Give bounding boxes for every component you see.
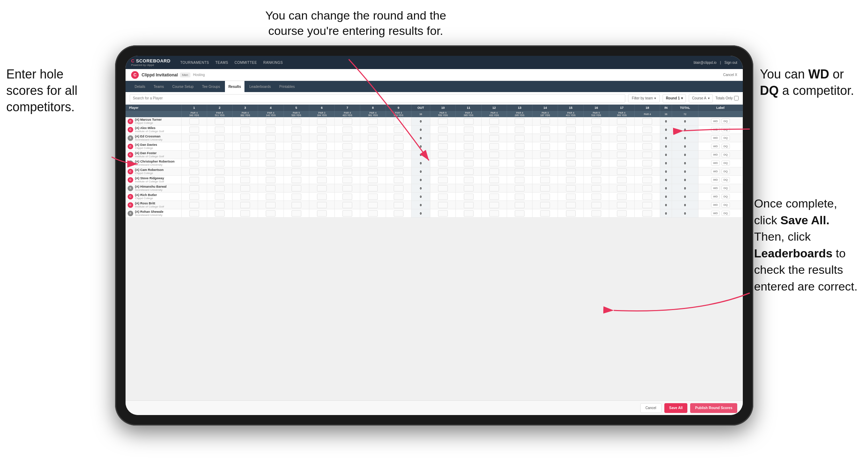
score-input-h15[interactable] <box>566 160 576 166</box>
hole-4-input[interactable] <box>258 126 284 134</box>
score-input-h9[interactable] <box>394 194 403 200</box>
score-input-h9[interactable] <box>394 210 403 217</box>
score-input-h15[interactable] <box>566 168 576 175</box>
hole-6-input[interactable] <box>309 201 334 209</box>
hole-2-input[interactable] <box>207 176 232 184</box>
dq-button[interactable]: DQ <box>722 127 730 132</box>
score-input-h3[interactable] <box>240 177 250 183</box>
score-input-h8[interactable] <box>368 194 378 200</box>
wd-button[interactable]: WD <box>711 169 720 174</box>
tab-leaderboards[interactable]: Leaderboards <box>246 81 274 92</box>
hole-15-input[interactable] <box>558 134 583 142</box>
score-input-h18[interactable] <box>642 127 652 133</box>
hole-11-input[interactable] <box>456 167 481 176</box>
hole-16-input[interactable] <box>583 193 609 201</box>
score-input-h8[interactable] <box>368 118 378 125</box>
score-input-h18[interactable] <box>642 160 652 166</box>
publish-round-button[interactable]: Publish Round Scores <box>690 403 737 413</box>
score-input-h17[interactable] <box>617 210 627 217</box>
hole-4-input[interactable] <box>258 184 284 193</box>
score-input-h14[interactable] <box>540 135 550 141</box>
score-input-h12[interactable] <box>489 160 499 166</box>
hole-16-input[interactable] <box>583 184 609 193</box>
score-input-h15[interactable] <box>566 118 576 125</box>
score-input-h17[interactable] <box>617 152 627 158</box>
score-input-h13[interactable] <box>515 160 524 166</box>
hole-2-input[interactable] <box>207 193 232 201</box>
score-input-h2[interactable] <box>215 210 225 217</box>
hole-7-input[interactable] <box>335 134 360 142</box>
hole-11-input[interactable] <box>456 134 481 142</box>
score-input-h5[interactable] <box>292 202 301 208</box>
score-input-h2[interactable] <box>215 202 225 208</box>
hole-10-input[interactable] <box>430 193 456 201</box>
score-input-h14[interactable] <box>540 177 550 183</box>
score-input-h8[interactable] <box>368 210 378 217</box>
hole-11-input[interactable] <box>456 184 481 193</box>
hole-2-input[interactable] <box>207 184 232 193</box>
score-input-h8[interactable] <box>368 143 378 150</box>
score-input-h13[interactable] <box>515 185 524 191</box>
wd-button[interactable]: WD <box>711 135 720 141</box>
score-input-h13[interactable] <box>515 202 524 208</box>
filter-team-button[interactable]: Filter by team ▾ <box>628 94 660 103</box>
hole-14-input[interactable] <box>533 142 558 151</box>
hole-1-input[interactable] <box>181 134 207 142</box>
tab-details[interactable]: Details <box>131 81 149 92</box>
score-input-h7[interactable] <box>342 160 352 166</box>
round-selector[interactable]: Round 1 ▾ <box>663 94 686 103</box>
hole-5-input[interactable] <box>284 201 309 209</box>
score-input-h1[interactable] <box>189 127 199 133</box>
hole-14-input[interactable] <box>533 134 558 142</box>
score-input-h3[interactable] <box>240 210 250 217</box>
hole-18-input[interactable] <box>635 193 660 201</box>
score-input-h14[interactable] <box>540 143 550 150</box>
score-input-h4[interactable] <box>266 210 276 217</box>
hole-8-input[interactable] <box>360 142 386 151</box>
hole-10-input[interactable] <box>430 159 456 167</box>
wd-button[interactable]: WD <box>711 127 720 132</box>
score-input-h9[interactable] <box>394 160 403 166</box>
hole-14-input[interactable] <box>533 159 558 167</box>
score-input-h2[interactable] <box>215 168 225 175</box>
score-input-h9[interactable] <box>394 185 403 191</box>
score-input-h2[interactable] <box>215 143 225 150</box>
hole-4-input[interactable] <box>258 193 284 201</box>
score-input-h4[interactable] <box>266 185 276 191</box>
score-input-h18[interactable] <box>642 135 652 141</box>
hole-9-input[interactable] <box>386 201 411 209</box>
hole-9-input[interactable] <box>386 193 411 201</box>
hole-18-input[interactable] <box>635 151 660 159</box>
hole-13-input[interactable] <box>507 142 532 151</box>
score-input-h5[interactable] <box>292 143 301 150</box>
hole-5-input[interactable] <box>284 117 309 126</box>
hole-12-input[interactable] <box>481 193 507 201</box>
hole-17-input[interactable] <box>609 209 634 218</box>
score-input-h9[interactable] <box>394 127 403 133</box>
score-input-h3[interactable] <box>240 160 250 166</box>
search-input[interactable] <box>130 94 625 103</box>
score-input-h7[interactable] <box>342 202 352 208</box>
hole-16-input[interactable] <box>583 201 609 209</box>
score-input-h18[interactable] <box>642 118 652 125</box>
score-input-h5[interactable] <box>292 118 301 125</box>
hole-7-input[interactable] <box>335 193 360 201</box>
hole-13-input[interactable] <box>507 159 532 167</box>
hole-10-input[interactable] <box>430 201 456 209</box>
hole-9-input[interactable] <box>386 151 411 159</box>
score-input-h14[interactable] <box>540 127 550 133</box>
hole-15-input[interactable] <box>558 193 583 201</box>
hole-8-input[interactable] <box>360 117 386 126</box>
hole-12-input[interactable] <box>481 167 507 176</box>
hole-12-input[interactable] <box>481 142 507 151</box>
hole-16-input[interactable] <box>583 159 609 167</box>
hole-16-input[interactable] <box>583 134 609 142</box>
hole-9-input[interactable] <box>386 117 411 126</box>
hole-11-input[interactable] <box>456 159 481 167</box>
tab-printables[interactable]: Printables <box>276 81 298 92</box>
hole-1-input[interactable] <box>181 167 207 176</box>
hole-5-input[interactable] <box>284 193 309 201</box>
hole-4-input[interactable] <box>258 134 284 142</box>
wd-button[interactable]: WD <box>711 186 720 191</box>
hole-3-input[interactable] <box>233 126 258 134</box>
